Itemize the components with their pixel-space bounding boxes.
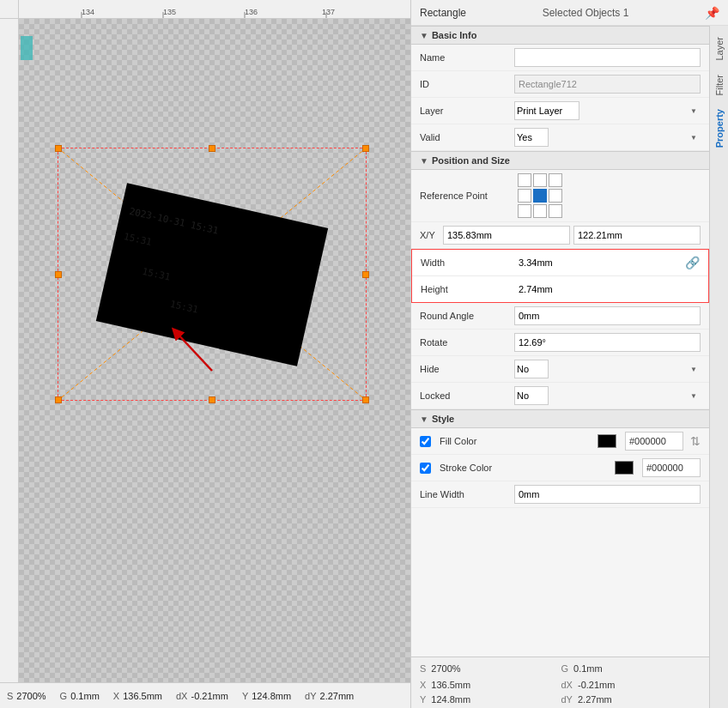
field-locked: Locked No Yes	[411, 383, 709, 409]
locked-label: Locked	[420, 390, 514, 401]
ref-dot-bm[interactable]	[533, 204, 547, 218]
status-y-label: Y	[242, 691, 248, 701]
section-arrow-position: ▼	[420, 156, 428, 166]
handle-bl[interactable]	[55, 396, 62, 403]
ref-dot-center[interactable]	[533, 189, 547, 203]
id-input	[514, 75, 701, 94]
section-style: ▼ Style	[411, 409, 709, 428]
object-container[interactable]: 2023-10-31 15:31 15:31 15:31 15:31	[58, 148, 367, 401]
handle-tm[interactable]	[209, 145, 215, 152]
pstat-dy-label: dY	[561, 694, 573, 705]
stroke-color-swatch[interactable]	[615, 461, 634, 475]
status-s-value: 2700%	[16, 691, 46, 701]
fill-stroke-link-icon[interactable]: ⇅	[690, 434, 701, 448]
line-width-label: Line Width	[420, 489, 514, 499]
field-width: Width 🔗	[412, 250, 708, 276]
locked-select[interactable]: No Yes	[514, 386, 549, 405]
rect-text-1: 2023-10-31 15:31	[128, 205, 219, 236]
right-panel: Rectangle Selected Objects 1 📌 Layer Fil…	[410, 0, 728, 708]
spacer	[411, 508, 709, 611]
handle-tr[interactable]	[362, 145, 369, 152]
height-input[interactable]	[515, 280, 700, 299]
section-arrow-basic: ▼	[420, 31, 428, 40]
line-width-input[interactable]	[514, 485, 701, 504]
lock-icon[interactable]: 🔗	[685, 256, 700, 269]
field-layer: Layer Print Layer Layer 1	[411, 98, 709, 124]
pstat-dy: dY 2.27mm	[561, 694, 701, 705]
stroke-color-checkbox[interactable]	[420, 463, 431, 474]
ref-point-grid	[518, 173, 562, 218]
handle-bm[interactable]	[209, 396, 215, 403]
teal-rect	[21, 36, 33, 60]
width-input[interactable]	[515, 253, 682, 272]
fill-color-hex[interactable]	[625, 432, 683, 451]
pstat-dy-value: 2.27mm	[578, 694, 612, 705]
layer-select-wrapper[interactable]: Print Layer Layer 1	[514, 101, 701, 120]
fill-color-label: Fill Color	[440, 436, 592, 446]
status-y-value: 124.8mm	[252, 691, 291, 701]
pstat-g-value: 0.1mm	[573, 663, 603, 674]
handle-tl[interactable]	[55, 145, 62, 152]
fill-color-checkbox[interactable]	[420, 436, 431, 447]
handle-mr[interactable]	[362, 271, 369, 278]
handle-ml[interactable]	[55, 271, 62, 278]
canvas-area: 134 135 136 137	[0, 0, 410, 708]
ref-dot-tr[interactable]	[549, 173, 562, 187]
rotate-input[interactable]	[514, 333, 701, 352]
valid-label: Valid	[420, 132, 514, 142]
status-x-label: X	[113, 691, 119, 701]
tab-property[interactable]: Property	[712, 102, 727, 154]
status-dx-label: dX	[176, 691, 187, 701]
hide-select-wrapper[interactable]: No Yes	[514, 360, 701, 378]
valid-select[interactable]: Yes No	[514, 128, 549, 147]
pstat-s-value: 2700%	[431, 663, 460, 674]
black-rectangle[interactable]: 2023-10-31 15:31 15:31 15:31 15:31	[96, 183, 328, 366]
valid-select-wrapper[interactable]: Yes No	[514, 128, 701, 147]
ref-dot-tm[interactable]	[533, 173, 547, 187]
ref-dot-bl[interactable]	[518, 204, 531, 218]
name-input[interactable]	[514, 48, 701, 67]
ruler-ticks	[19, 0, 410, 19]
status-g-label: G	[60, 691, 68, 701]
layer-label: Layer	[420, 106, 514, 116]
ref-dot-tl[interactable]	[518, 173, 531, 187]
layer-select[interactable]: Print Layer Layer 1	[514, 101, 579, 120]
black-rect-wrapper[interactable]: 2023-10-31 15:31 15:31 15:31 15:31	[109, 203, 315, 345]
ref-dot-mr[interactable]	[549, 189, 562, 203]
pstat-s-label: S	[420, 663, 426, 674]
ref-dot-ml[interactable]	[518, 189, 531, 203]
section-basic-info-label: Basic Info	[432, 30, 477, 40]
pin-button[interactable]: 📌	[705, 6, 719, 20]
name-label: Name	[420, 52, 514, 63]
locked-select-wrapper[interactable]: No Yes	[514, 386, 701, 405]
status-x-value: 136.5mm	[123, 691, 162, 701]
status-dy-label: dY	[305, 691, 316, 701]
x-input[interactable]	[443, 226, 570, 245]
pstat-y-label: Y	[420, 694, 426, 705]
field-valid: Valid Yes No	[411, 124, 709, 151]
field-stroke-color: Stroke Color	[411, 455, 709, 481]
field-reference-point: Reference Point	[411, 170, 709, 222]
ref-point-label: Reference Point	[420, 191, 514, 201]
status-g: G 0.1mm	[60, 691, 100, 701]
pstat-s: S 2700%	[420, 663, 560, 674]
tab-layer[interactable]: Layer	[712, 30, 727, 68]
panel-header: Rectangle Selected Objects 1 📌	[411, 0, 728, 26]
ruler-top: 134 135 136 137	[0, 0, 410, 19]
rect-text-4: 15:31	[169, 298, 199, 315]
tab-filter[interactable]: Filter	[712, 68, 727, 102]
fill-color-swatch[interactable]	[598, 434, 616, 448]
status-bar: S 2700% G 0.1mm X 136.5mm dX -0.21mm Y 1…	[0, 682, 410, 708]
section-arrow-style: ▼	[420, 415, 428, 424]
ref-dot-br[interactable]	[549, 204, 562, 218]
round-angle-input[interactable]	[514, 306, 701, 325]
rect-text-2: 15:31	[123, 231, 153, 248]
y-input[interactable]	[573, 226, 701, 245]
hide-select[interactable]: No Yes	[514, 360, 549, 378]
stroke-color-hex[interactable]	[642, 458, 701, 477]
id-label: ID	[420, 79, 514, 89]
handle-br[interactable]	[362, 396, 369, 403]
field-name: Name	[411, 45, 709, 71]
pstat-x: X 136.5mm	[420, 680, 560, 690]
pstat-y: Y 124.8mm	[420, 694, 560, 705]
